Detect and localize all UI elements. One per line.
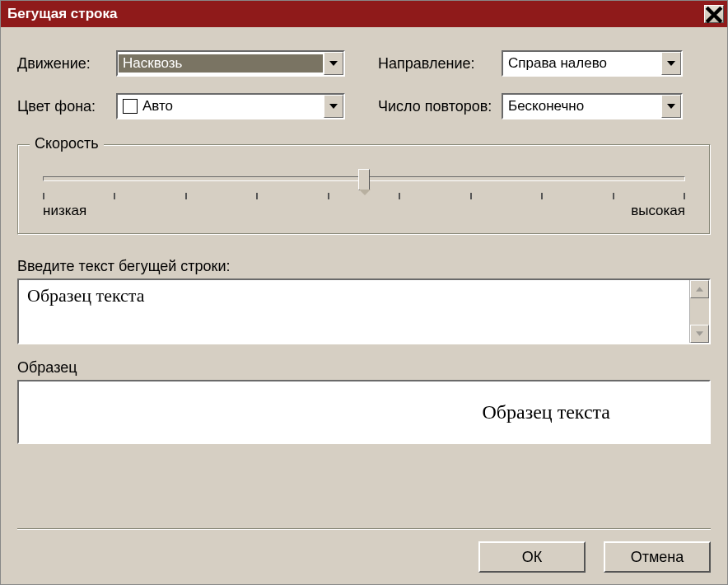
bgcolor-value: Авто — [142, 98, 173, 115]
speed-high-label: высокая — [631, 203, 685, 219]
direction-label: Направление: — [378, 55, 502, 73]
movement-label: Движение: — [17, 55, 116, 73]
direction-combo[interactable]: Справа налево — [502, 50, 683, 77]
marquee-text-input-wrap: Образец текста — [17, 278, 711, 344]
direction-value: Справа налево — [503, 55, 661, 72]
ok-button[interactable]: ОК — [478, 541, 586, 573]
window-title: Бегущая строка — [7, 6, 117, 22]
chevron-down-icon — [667, 104, 675, 109]
direction-dropdown-button[interactable] — [661, 52, 681, 75]
repeats-combo[interactable]: Бесконечно — [502, 93, 683, 119]
chevron-down-icon — [696, 331, 703, 336]
repeats-dropdown-button[interactable] — [661, 95, 681, 118]
speed-slider-thumb[interactable] — [358, 169, 370, 190]
movement-dropdown-button[interactable] — [324, 52, 343, 75]
preview-label: Образец — [17, 359, 711, 377]
chevron-down-icon — [329, 104, 338, 109]
close-button[interactable] — [704, 5, 724, 23]
options-grid: Движение: Насквозь Направление: Справа н… — [17, 50, 711, 119]
button-separator — [17, 528, 711, 530]
color-swatch-icon — [123, 99, 138, 114]
scroll-up-button[interactable] — [690, 280, 709, 298]
movement-combo[interactable]: Насквозь — [116, 50, 345, 77]
preview-box: Образец текста — [17, 380, 711, 444]
speed-range-labels: низкая высокая — [43, 203, 685, 219]
repeats-value: Бесконечно — [503, 98, 661, 115]
marquee-text-input[interactable]: Образец текста — [19, 280, 689, 343]
chevron-down-icon — [329, 61, 338, 66]
dialog-buttons: ОК Отмена — [478, 541, 711, 573]
preview-text: Образец текста — [483, 401, 610, 424]
text-scrollbar[interactable] — [689, 280, 709, 343]
bgcolor-label: Цвет фона: — [17, 98, 116, 115]
speed-fieldset: Скорость низкая высокая — [17, 144, 711, 235]
bgcolor-dropdown-button[interactable] — [324, 95, 343, 118]
bgcolor-combo[interactable]: Авто — [116, 93, 345, 119]
scroll-down-button[interactable] — [690, 325, 709, 343]
dialog-window: Бегущая строка Движение: Насквозь Направ… — [0, 0, 728, 585]
dialog-content: Движение: Насквозь Направление: Справа н… — [1, 27, 727, 452]
chevron-down-icon — [667, 61, 675, 66]
speed-low-label: низкая — [43, 203, 86, 219]
titlebar: Бегущая строка — [1, 1, 727, 27]
speed-legend: Скорость — [30, 135, 104, 152]
chevron-up-icon — [696, 287, 703, 292]
repeats-label: Число повторов: — [378, 98, 502, 115]
cancel-button[interactable]: Отмена — [604, 541, 711, 573]
movement-value: Насквозь — [119, 54, 323, 73]
speed-slider[interactable] — [43, 176, 685, 181]
marquee-text-label: Введите текст бегущей строки: — [17, 258, 711, 275]
